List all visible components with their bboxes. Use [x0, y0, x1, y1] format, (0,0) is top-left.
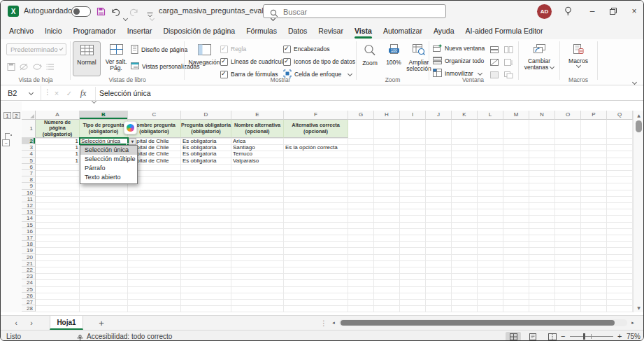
status-mode[interactable]: Listo	[6, 330, 21, 341]
row-header-22[interactable]: 22	[22, 267, 36, 273]
row-header-23[interactable]: 23	[22, 273, 36, 279]
hscroll-left-arrow[interactable]: ◂	[329, 316, 338, 330]
accessibility-icon	[76, 333, 84, 341]
column-header-Q[interactable]: Q	[607, 111, 633, 120]
row-header-20[interactable]: 20	[22, 254, 36, 260]
vertical-scrollbar-thumb[interactable]	[636, 120, 642, 132]
sheet-tab-bar: ‹ › Hoja1 + ⋮ ◂ ▸	[1, 315, 643, 330]
cell-D2[interactable]: Es obligatoria	[181, 138, 231, 144]
column-header-K[interactable]: K	[452, 111, 478, 120]
row-header-10[interactable]: 10	[22, 190, 36, 196]
row-header-13[interactable]: 13	[22, 209, 36, 215]
page-layout-status-button[interactable]	[525, 332, 541, 341]
column-header-O[interactable]: O	[555, 111, 581, 120]
next-sheet-button[interactable]: ›	[26, 316, 37, 330]
dropdown-option[interactable]: Texto abierto	[80, 173, 137, 182]
normal-view-status-button[interactable]	[506, 332, 521, 341]
row-header-5[interactable]: 5	[22, 158, 36, 164]
column-header-B[interactable]: B	[80, 111, 128, 120]
row-header-21[interactable]: 21	[22, 260, 36, 267]
add-sheet-button[interactable]: +	[95, 316, 108, 330]
row-header-26[interactable]: 26	[22, 293, 36, 299]
row-header-9[interactable]: 9	[22, 183, 36, 189]
column-header-D[interactable]: D	[181, 111, 231, 120]
header-cell-B1[interactable]: Tipo de pregunta(obligatorio)	[80, 120, 128, 138]
row-header-3[interactable]: 3	[22, 144, 36, 151]
cell-D5[interactable]: Es obligatoria	[181, 158, 231, 164]
header-cell-D1[interactable]: Pregunta obligatoria(obligatorio)	[181, 120, 231, 138]
row-header-1[interactable]: 1	[22, 120, 36, 138]
row-header-24[interactable]: 24	[22, 279, 36, 286]
row-header-18[interactable]: 18	[22, 241, 36, 247]
cell-A3[interactable]: 1	[36, 144, 80, 151]
sheet-tab-hoja1[interactable]: Hoja1	[50, 316, 83, 330]
cell-A5[interactable]: 1	[36, 158, 80, 164]
cell-A2[interactable]: 1	[36, 138, 80, 144]
horizontal-scrollbar[interactable]	[339, 319, 627, 326]
select-all-corner[interactable]	[22, 111, 36, 120]
cell-F3[interactable]: Es la opción correcta	[284, 144, 348, 151]
zoom-slider-track[interactable]	[570, 336, 613, 337]
column-header-M[interactable]: M	[503, 111, 529, 120]
cell-D3[interactable]: Es obligatoria	[181, 144, 231, 151]
row-header-2[interactable]: 2	[22, 138, 36, 144]
scroll-down-arrow[interactable]: ▼	[634, 305, 644, 310]
cell-E2[interactable]: Arica	[231, 138, 284, 144]
dropdown-option[interactable]: Párrafo	[80, 164, 137, 173]
header-cell-A1[interactable]: Número de página(obligatorio)	[36, 120, 80, 138]
header-cell-F1[interactable]: Alternativa correcta(opcional)	[284, 120, 348, 138]
column-header-L[interactable]: L	[478, 111, 503, 120]
page-break-status-button[interactable]	[545, 332, 560, 341]
row-header-28[interactable]: 28	[22, 305, 36, 312]
zoom-in-button[interactable]: +	[617, 330, 622, 341]
column-header-H[interactable]: H	[374, 111, 400, 120]
row-header-17[interactable]: 17	[22, 235, 36, 241]
row-header-8[interactable]: 8	[22, 176, 36, 183]
cell-D4[interactable]: Es obligatoria	[181, 151, 231, 157]
column-header-J[interactable]: J	[426, 111, 452, 120]
outline-collapse-button[interactable]: −	[2, 139, 10, 146]
horizontal-scrollbar-thumb[interactable]	[341, 320, 615, 326]
cell-E5[interactable]: Valparaiso	[231, 158, 284, 164]
zoom-percentage[interactable]: 75%	[627, 330, 641, 341]
copilot-button[interactable]	[124, 121, 137, 134]
dropdown-option[interactable]: Selección única	[80, 146, 137, 155]
header-line2: (opcional)	[245, 129, 270, 135]
column-header-C[interactable]: C	[128, 111, 181, 120]
row-header-7[interactable]: 7	[22, 170, 36, 176]
column-header-P[interactable]: P	[581, 111, 607, 120]
row-header-11[interactable]: 11	[22, 196, 36, 202]
column-header-I[interactable]: I	[400, 111, 426, 120]
row-header-4[interactable]: 4	[22, 151, 36, 157]
column-header-F[interactable]: F	[284, 111, 348, 120]
row-header-27[interactable]: 27	[22, 299, 36, 305]
cell-B2[interactable]: Selección única	[80, 138, 128, 144]
row-header-16[interactable]: 16	[22, 228, 36, 235]
row-header-14[interactable]: 14	[22, 215, 36, 221]
gridline-horizontal	[36, 254, 633, 255]
cell-E4[interactable]: Temuco	[231, 151, 284, 157]
row-header-12[interactable]: 12	[22, 202, 36, 209]
row-header-15[interactable]: 15	[22, 222, 36, 228]
outline-level-button-2[interactable]: 2	[13, 112, 20, 119]
accessibility-status[interactable]: Accesibilidad: todo correcto	[87, 330, 172, 341]
tab-splitter-grip[interactable]: ⋮	[320, 316, 328, 330]
zoom-out-button[interactable]: −	[561, 330, 565, 341]
column-header-N[interactable]: N	[529, 111, 555, 120]
cell-E3[interactable]: Santiago	[231, 144, 284, 151]
row-header-6[interactable]: 6	[22, 164, 36, 170]
zoom-slider-knob[interactable]	[583, 333, 585, 340]
scroll-up-arrow[interactable]: ▲	[634, 113, 644, 118]
header-cell-E1[interactable]: Nombre alternativa(opcional)	[231, 120, 284, 138]
dropdown-option[interactable]: Selección múltiple	[80, 155, 137, 164]
column-header-G[interactable]: G	[348, 111, 374, 120]
row-header-25[interactable]: 25	[22, 286, 36, 293]
row-header-19[interactable]: 19	[22, 247, 36, 253]
cell-A4[interactable]: 1	[36, 151, 80, 157]
vertical-scrollbar[interactable]: ▲ ▼	[633, 111, 644, 312]
previous-sheet-button[interactable]: ‹	[10, 316, 22, 330]
cell-dropdown-button[interactable]: ▼	[129, 138, 136, 145]
hscroll-right-arrow[interactable]: ▸	[629, 316, 637, 330]
column-header-E[interactable]: E	[231, 111, 284, 120]
outline-level-button-1[interactable]: 1	[3, 112, 11, 119]
